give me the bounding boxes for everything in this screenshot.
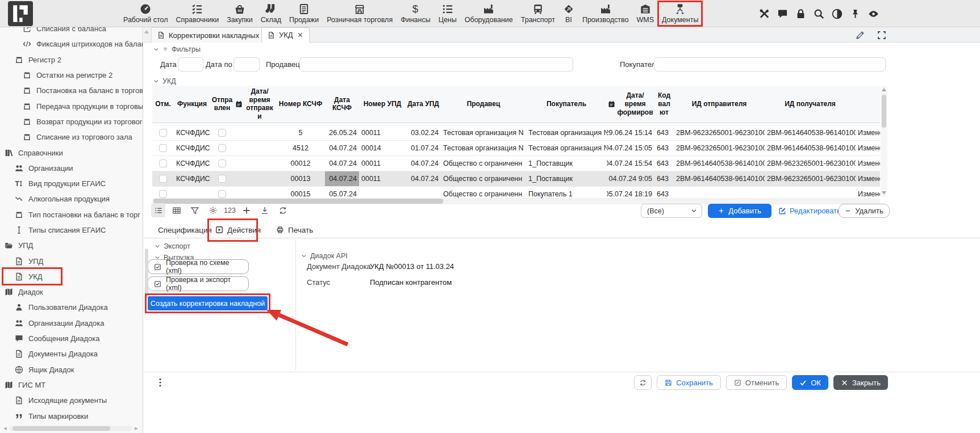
ok-button[interactable]: ОК [792,375,828,390]
refresh-button[interactable] [634,375,652,390]
scroll-right-icon[interactable]: ► [134,425,139,432]
module-equipment[interactable]: Оборудование [462,2,516,25]
sidebar-item-17[interactable]: Диадок [0,284,143,300]
column-header-date_kschf[interactable]: Дата КСЧФ [325,86,359,123]
add-button[interactable]: Добавить [708,204,772,218]
column-header-num_upd[interactable]: Номер УПД [359,86,406,123]
tools-icon[interactable] [759,9,770,19]
export-section-header[interactable]: Экспорт [155,242,190,250]
module-transport[interactable]: Транспорт [518,2,558,25]
action-button-0[interactable]: Проверка по схеме (xml) [148,259,249,274]
sidebar-item-25[interactable]: Типы маркировки [0,408,143,423]
eye-icon[interactable] [868,9,879,19]
edit-button[interactable]: Редактировать [778,204,841,218]
fullscreen-icon[interactable] [877,31,886,40]
checkbox-sent[interactable] [218,159,226,167]
sidebar-item-16[interactable]: УКД [0,269,143,284]
sidebar-item-7[interactable]: Списание из торгового зала [0,129,143,145]
search-icon[interactable] [814,9,824,19]
download-button[interactable] [258,203,272,217]
cancel-button[interactable]: Отменить [726,375,787,390]
sidebar-item-4[interactable]: Постановка на баланс в торговом [0,83,143,98]
module-purchases[interactable]: Закупки [224,2,256,25]
sidebar-item-21[interactable]: Документы Диадока [0,346,143,361]
sidebar-item-15[interactable]: УПД [0,253,143,268]
sidebar-item-12[interactable]: Тип постановки на баланс в торг [0,207,143,222]
sidebar-item-9[interactable]: Организации [0,161,143,176]
edit-icon[interactable] [856,31,865,40]
app-logo[interactable] [8,1,33,26]
checkbox-otm[interactable] [159,175,167,183]
checkbox-sent[interactable] [218,129,226,137]
column-header-otm[interactable]: Отм. [152,86,174,123]
column-header-receiver_id[interactable]: ИД получателя [765,86,856,123]
sidebar-item-19[interactable]: Организации Диадока [0,316,143,331]
sidebar-item-20[interactable]: Сообщения Диадока [0,331,143,346]
table-view-button[interactable] [169,203,184,217]
chat-icon[interactable] [777,9,788,19]
action-button-1[interactable]: Проверка и экспорт (xml) [148,276,249,291]
checkbox-otm[interactable] [159,190,167,198]
checkbox-sent[interactable] [218,175,226,183]
checkbox-otm[interactable] [159,159,167,167]
column-header-func[interactable]: Функция [174,86,210,123]
checkbox-sent[interactable] [218,190,226,198]
column-header-formed[interactable]: Дата/ время формиров [607,86,654,123]
column-header-sent[interactable]: Отправлен [210,86,234,123]
close-icon[interactable] [297,32,303,38]
column-header-sender_id[interactable]: ИД отправителя [674,86,765,123]
table-row-2[interactable]: КСЧФДИС0001204.07.240001104.07.24Обществ… [152,156,880,171]
panel-splitter[interactable] [144,27,150,433]
footer-menu-icon[interactable] [155,377,165,388]
column-header-buyer[interactable]: Покупатель [526,86,607,123]
sidebar-item-3[interactable]: Остатки на регистре 2 [0,68,143,83]
contrast-icon[interactable] [832,9,843,19]
table-row-1[interactable]: КСЧФДИС451204.07.240001401.07.24Тестовая… [152,141,880,156]
module-bi[interactable]: BI [560,2,577,25]
module-sales[interactable]: Продажи [286,2,322,25]
filter-button[interactable] [187,203,202,217]
sidebar-item-10[interactable]: TВид продукции ЕГАИС [0,176,143,191]
sidebar-item-6[interactable]: Возврат продукции из торгового [0,114,143,129]
scroll-down-icon[interactable] [882,191,886,195]
column-header-sent_dt[interactable]: Дата/ время отправки [234,86,276,123]
detail-tab-specification[interactable]: Спецификация [158,222,212,237]
module-warehouse[interactable]: Склад [258,2,284,25]
module-prices[interactable]: Цены [436,2,460,25]
buyer-input[interactable] [654,57,886,72]
column-header-seller[interactable]: Продавец [441,86,526,123]
column-header-extra[interactable] [856,86,880,123]
table-row-0[interactable]: КСЧФДИС526.05.240001103.02.24Тестовая ор… [152,125,880,141]
detail-tab-actions[interactable]: Действия [215,222,261,237]
module-retail[interactable]: Розничная торговля [324,2,395,25]
module-wms[interactable]: WMS [633,2,657,25]
grid-section-header[interactable]: УКД [153,77,176,85]
scrollbar-thumb[interactable] [12,426,110,431]
scroll-up-icon[interactable] [882,88,886,91]
list-view-button[interactable] [151,203,165,217]
sidebar-item-0[interactable]: Списания с баланса [0,27,143,36]
create-correction-button[interactable]: Создать корректировка накладной [148,296,268,310]
table-row-3[interactable]: КСЧФДИС0001304.07.240001104.07.24Обществ… [152,171,880,187]
detail-tab-print[interactable]: Печать [276,222,313,237]
close-button[interactable]: Закрыть [833,375,888,390]
add-column-button[interactable] [240,203,254,217]
settings-button[interactable] [206,203,220,217]
column-header-currency[interactable]: Код валют [654,86,674,123]
seller-input[interactable] [299,57,573,72]
sidebar-item-14[interactable]: УПД [0,238,143,253]
column-header-num_kschf[interactable]: Номер КСЧФ [276,86,325,123]
sidebar-item-18[interactable]: Пользователи Диадока [0,300,143,315]
lock-icon[interactable] [795,9,806,19]
pin-icon[interactable] [850,9,861,19]
scrollbar-thumb[interactable] [882,95,886,128]
module-references[interactable]: Справочники [173,2,222,25]
module-finance[interactable]: $Финансы [398,2,433,25]
sidebar-item-24[interactable]: Исходящие документы [0,393,143,408]
column-header-date_upd[interactable]: Дата УПД [406,86,441,123]
tab-inactive-0[interactable]: Корректировки накладных [151,27,276,43]
checkbox-otm[interactable] [159,144,167,152]
table-vertical-scrollbar[interactable] [881,86,887,197]
sidebar-horizontal-scrollbar[interactable]: ◄ ► [2,425,139,432]
tab-active-1[interactable]: УКД [261,27,310,43]
